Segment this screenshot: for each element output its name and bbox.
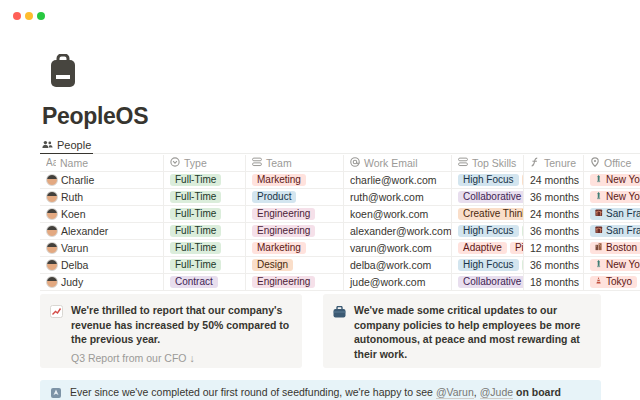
team-cell[interactable]: Product	[246, 189, 344, 205]
column-header-tenure[interactable]: Tenure	[524, 155, 584, 171]
type-cell[interactable]: Full-Time	[164, 206, 246, 222]
office-cell[interactable]: New York	[584, 172, 640, 188]
tag-label: Engineering	[257, 208, 310, 220]
tenure-cell[interactable]: 18 months	[524, 274, 584, 290]
office-cell[interactable]: New York	[584, 189, 640, 205]
zoom-window-icon[interactable]	[37, 12, 45, 20]
team-cell[interactable]: Marketing	[246, 172, 344, 188]
email-cell[interactable]: delba@work.com	[344, 257, 452, 273]
tag-label: Full-Time	[175, 259, 216, 271]
table-row-judy[interactable]: JudyContractEngineeringjude@work.comColl…	[40, 273, 640, 291]
tag-label: Full-Time	[175, 191, 216, 203]
team-cell[interactable]: Design	[246, 257, 344, 273]
type-cell[interactable]: Full-Time	[164, 172, 246, 188]
name-cell[interactable]: Varun	[40, 240, 164, 256]
office-cell[interactable]: Boston	[584, 240, 640, 256]
tag-label: Pitching	[515, 242, 524, 254]
person-name: Charlie	[61, 174, 94, 186]
skills-cell[interactable]: High FocusCreative Thinking	[452, 172, 524, 188]
name-cell[interactable]: Ruth	[40, 189, 164, 205]
tenure-cell[interactable]: 36 months	[524, 257, 584, 273]
minimize-window-icon[interactable]	[25, 12, 33, 20]
skills-cell[interactable]: AdaptivePitchingContrarian	[452, 240, 524, 256]
avatar	[46, 259, 58, 271]
policies-callout[interactable]: We've made some critical updates to our …	[323, 294, 601, 368]
statue-of-liberty-icon	[595, 174, 603, 186]
name-cell[interactable]: Koen	[40, 206, 164, 222]
tab-people-label: People	[57, 139, 91, 151]
mention-varun[interactable]: @Varun	[436, 386, 474, 399]
column-header-label: Tenure	[544, 157, 576, 169]
revenue-callout[interactable]: We're thrilled to report that our compan…	[40, 294, 302, 368]
tenure-cell[interactable]: 36 months	[524, 189, 584, 205]
email-cell[interactable]: koen@work.com	[344, 206, 452, 222]
type-cell[interactable]: Full-Time	[164, 189, 246, 205]
table-header-row: AaNameTypeTeamWork EmailTop SkillsTenure…	[40, 155, 640, 171]
table-row-ruth[interactable]: RuthFull-TimeProductruth@work.comCollabo…	[40, 188, 640, 205]
seedfunding-callout[interactable]: Ever since we've completed our first rou…	[40, 380, 601, 400]
policies-callout-subtext: Read our company policy ↓	[354, 367, 589, 368]
type-cell[interactable]: Full-Time	[164, 257, 246, 273]
name-cell[interactable]: Judy	[40, 274, 164, 290]
email-cell[interactable]: jude@work.com	[344, 274, 452, 290]
skill-tag: Collaborative	[458, 276, 524, 288]
rocket-icon	[50, 387, 62, 400]
tag-label: San Francisco	[606, 208, 640, 220]
table-row-koen[interactable]: KoenFull-TimeEngineeringkoen@work.comCre…	[40, 205, 640, 222]
tab-people[interactable]: People	[40, 136, 93, 154]
column-header-team[interactable]: Team	[246, 155, 344, 171]
skills-cell[interactable]: High FocusProblem Solving	[452, 223, 524, 239]
team-cell[interactable]: Engineering	[246, 223, 344, 239]
tenure-cell[interactable]: 36 months	[524, 223, 584, 239]
column-header-type[interactable]: Type	[164, 155, 246, 171]
email-cell[interactable]: ruth@work.com	[344, 189, 452, 205]
office-cell[interactable]: San Francisco	[584, 223, 640, 239]
tenure-value: 24 months	[530, 208, 579, 220]
column-header-work-email[interactable]: Work Email	[344, 155, 452, 171]
tag-label: Full-Time	[175, 242, 216, 254]
tag-label: Product	[257, 191, 291, 203]
type-cell[interactable]: Contract	[164, 274, 246, 290]
office-cell[interactable]: New York	[584, 257, 640, 273]
avatar	[46, 225, 58, 237]
email-cell[interactable]: alexander@work.com	[344, 223, 452, 239]
team-cell[interactable]: Marketing	[246, 240, 344, 256]
column-header-name[interactable]: AaName	[40, 155, 164, 171]
table-row-alexander[interactable]: AlexanderFull-TimeEngineeringalexander@w…	[40, 222, 640, 239]
skills-cell[interactable]: High FocusProblem Solving	[452, 257, 524, 273]
type-cell[interactable]: Full-Time	[164, 223, 246, 239]
office-cell[interactable]: San Francisco	[584, 206, 640, 222]
team-cell[interactable]: Engineering	[246, 206, 344, 222]
team-cell[interactable]: Engineering	[246, 274, 344, 290]
statue-of-liberty-icon	[595, 259, 603, 271]
tag-label: Boston	[606, 242, 637, 254]
name-cell[interactable]: Charlie	[40, 172, 164, 188]
tag-label: Full-Time	[175, 225, 216, 237]
backpack-icon[interactable]	[50, 54, 76, 92]
tenure-value: 36 months	[530, 259, 579, 271]
skills-cell[interactable]: CollaborativeCommunication	[452, 274, 524, 290]
name-cell[interactable]: Alexander	[40, 223, 164, 239]
skills-cell[interactable]: Creative ThinkingCommunication	[452, 206, 524, 222]
office-cell[interactable]: Tokyo	[584, 274, 640, 290]
tenure-cell[interactable]: 24 months	[524, 172, 584, 188]
column-header-top-skills[interactable]: Top Skills	[452, 155, 524, 171]
column-header-office[interactable]: Office	[584, 155, 640, 171]
skill-tag: High Focus	[458, 174, 519, 186]
mention-jude[interactable]: @Jude	[480, 386, 513, 399]
type-cell[interactable]: Full-Time	[164, 240, 246, 256]
name-cell[interactable]: Delba	[40, 257, 164, 273]
email-cell[interactable]: charlie@work.com	[344, 172, 452, 188]
formula-icon	[530, 157, 540, 169]
email-cell[interactable]: varun@work.com	[344, 240, 452, 256]
tenure-cell[interactable]: 24 months	[524, 206, 584, 222]
work-email: ruth@work.com	[350, 191, 424, 203]
table-row-delba[interactable]: DelbaFull-TimeDesigndelba@work.comHigh F…	[40, 256, 640, 273]
skills-cell[interactable]: CollaborativeCommunication	[452, 189, 524, 205]
table-row-charlie[interactable]: CharlieFull-TimeMarketingcharlie@work.co…	[40, 171, 640, 188]
table-row-varun[interactable]: VarunFull-TimeMarketingvarun@work.comAda…	[40, 239, 640, 256]
tenure-cell[interactable]: 12 months	[524, 240, 584, 256]
bridge-icon	[595, 208, 603, 220]
tenure-value: 12 months	[530, 242, 579, 254]
close-window-icon[interactable]	[13, 12, 21, 20]
